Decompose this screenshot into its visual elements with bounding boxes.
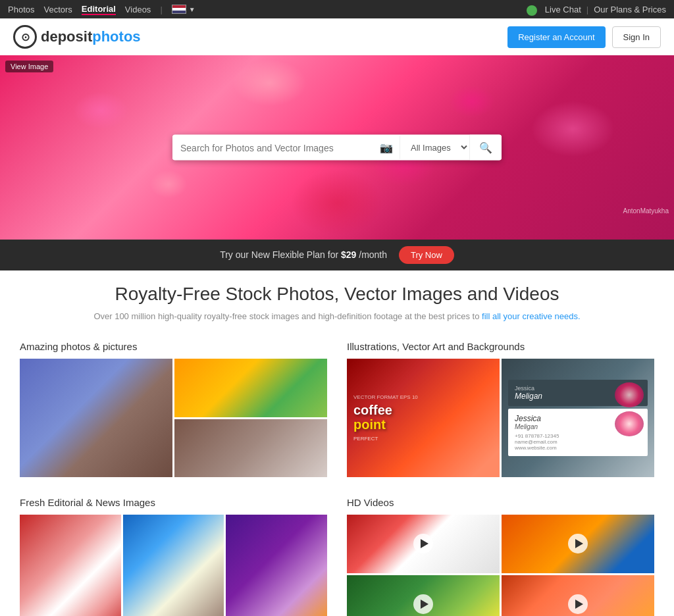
coffee-line2: point [353, 417, 386, 432]
nav-editorial[interactable]: Editorial [82, 4, 116, 15]
live-chat-icon [527, 5, 537, 16]
videos-grid [347, 515, 654, 616]
coffee-text-overlay: VECTOR FORMAT EPS 10 coffee point PERFEC… [347, 359, 500, 477]
vectors-section: Illustrations, Vector Art and Background… [347, 341, 654, 477]
photos-section-title: Amazing photos & pictures [20, 341, 327, 352]
photo-woman-laptop[interactable] [20, 359, 172, 477]
promo-bar: Try our New Flexible Plan for $29 /month… [0, 240, 674, 270]
photos-grid [20, 359, 327, 477]
header: ⊙ depositphotos Register an Account Sign… [0, 18, 674, 55]
signin-button[interactable]: Sign In [612, 26, 661, 48]
videos-section: HD Videos [347, 497, 654, 616]
video-3[interactable] [347, 575, 500, 617]
video-1[interactable] [347, 515, 500, 573]
top-nav: Photos Vectors Editorial Videos | ▼ Live… [0, 0, 674, 18]
bcard-bottom: Jessica Meligan +91 878787-12345name@ema… [508, 409, 648, 456]
try-now-button[interactable]: Try Now [399, 246, 454, 264]
search-bar: 📷 All Images Photos Vectors Videos Edito… [172, 135, 502, 161]
editorial-beach[interactable] [123, 515, 224, 616]
coffee-title: coffee point [353, 403, 392, 432]
editorial-section: Fresh Editorial & News Images [20, 497, 327, 616]
main-subtitle: Over 100 million high-quality royalty-fr… [20, 311, 654, 321]
live-chat-link[interactable]: Live Chat [545, 5, 581, 14]
plans-prices-link[interactable]: Our Plans & Prices [594, 5, 666, 14]
image-type-dropdown[interactable]: All Images Photos Vectors Videos Editori… [400, 136, 470, 160]
search-input[interactable] [172, 136, 373, 159]
hero-attribution: AntonMatyukha [623, 207, 669, 215]
fill-link[interactable]: fill all your creative needs. [482, 311, 581, 321]
view-image-badge[interactable]: View Image [5, 61, 53, 72]
play-icon-1 [421, 539, 428, 548]
photos-section: Amazing photos & pictures [20, 341, 327, 477]
play-icon-4 [575, 600, 583, 609]
play-button-4[interactable] [568, 594, 588, 614]
promo-price: $29 [341, 249, 356, 260]
video-2[interactable] [502, 515, 654, 573]
promo-text: Try our New Flexible Plan for [220, 249, 341, 260]
top-nav-right: Live Chat | Our Plans & Prices [527, 4, 666, 14]
bcard-top: Jessica Meligan [508, 380, 648, 406]
register-button[interactable]: Register an Account [507, 26, 605, 48]
vectors-section-title: Illustrations, Vector Art and Background… [347, 341, 654, 352]
flag-arrow: ▼ [189, 6, 195, 13]
videos-section-title: HD Videos [347, 497, 654, 508]
main-title: Royalty-Free Stock Photos, Vector Images… [20, 284, 654, 305]
nav-photos[interactable]: Photos [8, 5, 34, 14]
promo-suffix: /month [359, 249, 387, 260]
nav-links: Photos Vectors Editorial Videos | ▼ [8, 4, 195, 15]
logo[interactable]: ⊙ depositphotos [13, 25, 141, 49]
photo-rows[interactable] [174, 419, 327, 478]
play-button-2[interactable] [568, 534, 588, 553]
video-4[interactable] [502, 575, 654, 617]
play-icon-2 [575, 539, 583, 548]
business-card-overlay: Jessica Meligan Jessica Meligan +91 8787… [502, 359, 654, 477]
coffee-line1: coffee [353, 403, 392, 417]
bcard-floral [615, 382, 644, 407]
editorial-grid [20, 515, 327, 616]
header-buttons: Register an Account Sign In [507, 26, 661, 48]
play-icon-3 [421, 600, 428, 609]
editorial-fashion[interactable] [226, 515, 327, 616]
coffee-eps: VECTOR FORMAT EPS 10 [353, 394, 418, 400]
coffee-perfect: PERFECT [353, 436, 378, 442]
nav-separator: | [586, 5, 588, 14]
sections-grid: Amazing photos & pictures Illustrations,… [20, 341, 654, 616]
flag-icon [172, 5, 186, 14]
hero-section: View Image AntonMatyukha 📷 All Images Ph… [0, 55, 674, 240]
play-button-1[interactable] [413, 534, 433, 553]
play-button-3[interactable] [413, 594, 433, 614]
search-button[interactable]: 🔍 [470, 135, 502, 161]
bcard-floral2 [615, 411, 644, 436]
vectors-grid: VECTOR FORMAT EPS 10 coffee point PERFEC… [347, 359, 654, 477]
editorial-woman[interactable] [20, 515, 121, 616]
editorial-section-title: Fresh Editorial & News Images [20, 497, 327, 508]
nav-vectors[interactable]: Vectors [43, 5, 72, 14]
main-content: Royalty-Free Stock Photos, Vector Images… [0, 270, 674, 616]
language-selector[interactable]: ▼ [172, 5, 195, 14]
nav-videos[interactable]: Videos [125, 5, 151, 14]
vector-coffee[interactable]: VECTOR FORMAT EPS 10 coffee point PERFEC… [347, 359, 500, 477]
logo-text: depositphotos [41, 28, 141, 45]
logo-circle: ⊙ [13, 25, 37, 49]
nav-divider: | [160, 5, 162, 14]
vector-business-card[interactable]: Jessica Meligan Jessica Meligan +91 8787… [502, 359, 654, 477]
photo-colorful-eggs[interactable] [174, 359, 327, 417]
camera-icon[interactable]: 📷 [373, 136, 400, 159]
bcard-contact: +91 878787-12345name@email.comwww.websit… [515, 433, 641, 451]
